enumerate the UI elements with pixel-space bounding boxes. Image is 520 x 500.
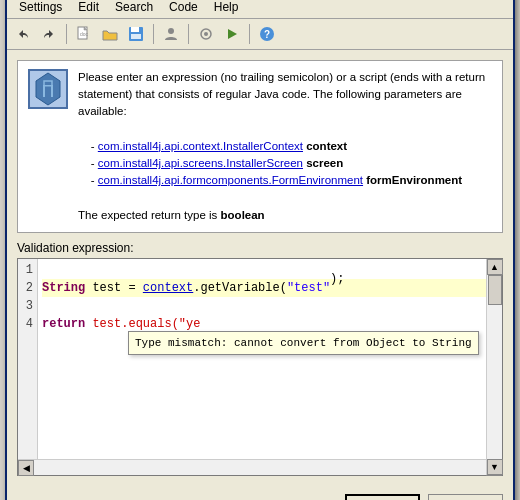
line-num-8 <box>22 387 33 405</box>
svg-text:doc: doc <box>80 31 89 37</box>
context-method: context <box>143 279 193 297</box>
param-list: - com.install4j.api.context.InstallerCon… <box>78 138 492 190</box>
line-num-10 <box>22 423 33 441</box>
screen-link[interactable]: com.install4j.api.screens.InstallerScree… <box>98 157 303 169</box>
param-screen: screen <box>306 157 343 169</box>
svg-rect-14 <box>43 85 45 97</box>
vertical-scrollbar[interactable]: ▲ ▼ <box>486 259 502 459</box>
param-item-3: - com.install4j.api.formcomponents.FormE… <box>78 172 492 189</box>
menu-settings[interactable]: Settings <box>11 0 70 16</box>
menu-bar: Settings Edit Search Code Help <box>7 0 513 19</box>
menu-edit[interactable]: Edit <box>70 0 107 16</box>
code-line-1 <box>42 261 498 279</box>
svg-rect-6 <box>131 34 141 39</box>
test-string: "test" <box>287 279 330 297</box>
scroll-track-v[interactable] <box>488 275 502 459</box>
scroll-left-button[interactable]: ◀ <box>18 460 34 476</box>
line-num-9 <box>22 405 33 423</box>
context-link[interactable]: com.install4j.api.context.InstallerConte… <box>98 140 303 152</box>
toolbar: doc ? <box>7 19 513 50</box>
var-test: test <box>92 279 121 297</box>
undo-button[interactable] <box>11 22 35 46</box>
getvar-method: getVariable <box>200 279 279 297</box>
error-tooltip: Type mismatch: cannot convert from Objec… <box>128 331 479 355</box>
scroll-track-h[interactable] <box>34 461 486 475</box>
param-formenvironment: formEnvironment <box>366 174 462 186</box>
svg-rect-15 <box>51 85 53 97</box>
separator-2 <box>153 24 154 44</box>
info-icon <box>28 69 68 109</box>
menu-help[interactable]: Help <box>206 0 247 16</box>
separator-3 <box>188 24 189 44</box>
line-num-3: 3 <box>22 297 33 315</box>
code-area[interactable]: String test = context.getVariable("test"… <box>38 259 502 459</box>
code-line-3 <box>42 297 498 315</box>
svg-rect-5 <box>131 27 139 32</box>
svg-marker-10 <box>228 29 237 39</box>
separator-4 <box>249 24 250 44</box>
run-button[interactable] <box>220 22 244 46</box>
param-item-1: - com.install4j.api.context.InstallerCon… <box>78 138 492 155</box>
line-num-4: 4 <box>22 315 33 333</box>
editor-wrapper: 1 2 3 4 String test = context.getVariabl… <box>17 258 503 476</box>
svg-point-7 <box>168 28 174 34</box>
param-item-2: - com.install4j.api.screens.InstallerScr… <box>78 155 492 172</box>
code-line-2: String test = context.getVariable("test"… <box>42 279 498 297</box>
scroll-up-button[interactable]: ▲ <box>487 259 503 275</box>
editor-container[interactable]: 1 2 3 4 String test = context.getVariabl… <box>18 259 502 459</box>
string-keyword: String <box>42 279 85 297</box>
open-button[interactable] <box>98 22 122 46</box>
line-num-2: 2 <box>22 279 33 297</box>
edit-dialog: E Edit — □ ✕ Settings Edit Search Code H… <box>5 0 515 500</box>
menu-code[interactable]: Code <box>161 0 206 16</box>
param-context: context <box>306 140 347 152</box>
line-num-6 <box>22 351 33 369</box>
ok-button[interactable]: OK <box>345 494 420 500</box>
svg-point-9 <box>204 32 208 36</box>
line-num-1: 1 <box>22 261 33 279</box>
return-type-label: The expected return type is <box>78 209 217 221</box>
return-type: boolean <box>221 209 265 221</box>
info-description: Please enter an expression (no trailing … <box>78 69 492 224</box>
user-button[interactable] <box>159 22 183 46</box>
line-num-5 <box>22 333 33 351</box>
cancel-button[interactable]: Cancel <box>428 494 503 500</box>
settings-button[interactable] <box>194 22 218 46</box>
svg-text:?: ? <box>264 29 270 40</box>
new-button[interactable]: doc <box>72 22 96 46</box>
scroll-thumb-v[interactable] <box>488 275 502 305</box>
menu-search[interactable]: Search <box>107 0 161 16</box>
button-bar: OK Cancel <box>7 486 513 500</box>
return-keyword: return <box>42 315 85 333</box>
line-numbers: 1 2 3 4 <box>18 259 38 459</box>
redo-button[interactable] <box>37 22 61 46</box>
horizontal-scrollbar[interactable]: ◀ ▶ <box>18 459 502 475</box>
info-box: Please enter an expression (no trailing … <box>17 60 503 233</box>
save-button[interactable] <box>124 22 148 46</box>
validation-label: Validation expression: <box>17 241 503 255</box>
separator-1 <box>66 24 67 44</box>
line-num-7 <box>22 369 33 387</box>
svg-rect-16 <box>43 85 53 87</box>
formenvironment-link[interactable]: com.install4j.api.formcomponents.FormEnv… <box>98 174 363 186</box>
help-button[interactable]: ? <box>255 22 279 46</box>
content: Please enter an expression (no trailing … <box>7 50 513 486</box>
